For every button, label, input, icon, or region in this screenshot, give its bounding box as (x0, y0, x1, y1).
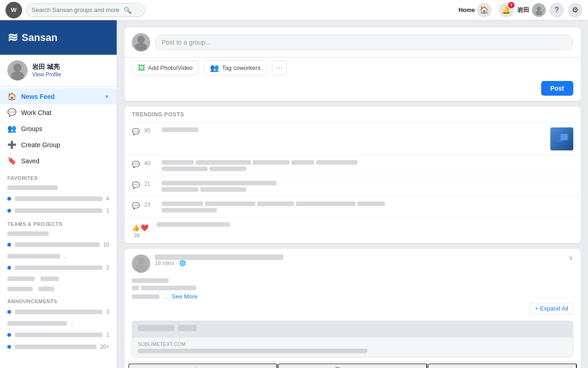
svg-point-7 (135, 43, 147, 51)
post-box: Post to a group... 🖼 Add Photo/Video 👥 T… (124, 28, 581, 101)
sidebar-item-groups[interactable]: 👥 Groups (0, 121, 117, 137)
topnav: W 🔍 Home 🏠 🔔 7 岩田 ? ⚙ (0, 0, 588, 20)
item-dot (7, 345, 11, 349)
feed-post-name (155, 254, 564, 260)
feed-post-actions: 👍 Like 💬 Comment ↗ Share (124, 361, 581, 368)
sidebar-item-work-chat[interactable]: 💬 Work Chat (0, 104, 117, 121)
work-chat-icon: 💬 (7, 108, 17, 117)
ann-count-4: 20+ (100, 344, 109, 350)
favorite-label-2 (15, 196, 102, 201)
item-dot (7, 310, 11, 314)
sidebar-item-news-feed[interactable]: 🏠 News Feed ▼ (0, 88, 117, 104)
svg-point-11 (135, 264, 147, 272)
photo-video-icon: 🖼 (138, 64, 145, 72)
notifications-btn[interactable]: 🔔 7 (499, 3, 514, 17)
link-preview-url: SUBLIMETEXT.COM (138, 341, 567, 347)
svg-point-5 (11, 71, 24, 80)
feed-post-expand: + Expand All (124, 303, 581, 317)
add-photo-video-label: Add Photo/Video (148, 64, 192, 71)
help-btn[interactable]: ? (549, 3, 564, 17)
teams-section-header: TEAMS & PROJECTS (0, 217, 117, 229)
home-nav-item[interactable]: Home 🏠 (455, 0, 495, 20)
trending-content-1 (162, 127, 546, 134)
settings-btn[interactable]: ⚙ (568, 3, 582, 17)
list-item[interactable]: 3 (0, 306, 117, 318)
post-submit-button[interactable]: Post (541, 81, 573, 96)
item-dot (7, 209, 11, 213)
list-item[interactable]: .. (0, 251, 117, 262)
svg-rect-9 (560, 134, 568, 140)
team-label-4 (15, 265, 102, 270)
list-item[interactable] (0, 274, 117, 284)
view-profile-link[interactable]: View Profile (32, 71, 61, 78)
like-button[interactable]: 👍 Like (128, 363, 277, 368)
list-item[interactable]: 4 (0, 193, 117, 205)
feed-post-header: 18 mins · 🌐 ∨ (124, 249, 581, 276)
nav-groups-label: Groups (21, 125, 42, 132)
nav-saved-label: Saved (21, 157, 40, 165)
trending-count-2: 40 (144, 160, 157, 167)
team-count-2: 10 (103, 242, 109, 248)
sidebar-item-create-group[interactable]: ➕ Create Group (0, 137, 117, 153)
feed-post-chevron-icon[interactable]: ∨ (569, 254, 573, 261)
list-item[interactable] (0, 229, 117, 239)
trending-section: TRENDING POSTS 💬 95 💬 40 (124, 107, 581, 243)
sidebar-user-name: 岩田 城亮 (32, 63, 61, 71)
comment-icon: 💬 (132, 181, 140, 189)
trending-row: 💬 40 (124, 155, 581, 176)
trending-count-1: 95 (144, 127, 157, 134)
list-item[interactable] (0, 183, 117, 193)
post-input[interactable]: Post to a group... (155, 34, 573, 50)
list-item[interactable]: 2 (0, 262, 117, 274)
search-box[interactable]: 🔍 (26, 3, 145, 17)
heart-reaction: ❤️ (141, 224, 148, 231)
link-preview-image (132, 321, 573, 338)
list-item[interactable] (0, 284, 117, 294)
search-input[interactable] (32, 6, 124, 13)
tag-coworkers-label: Tag coworkers (222, 64, 260, 71)
search-icon: 🔍 (124, 6, 131, 14)
list-item[interactable]: .. (0, 318, 117, 329)
tag-coworkers-button[interactable]: 👥 Tag coworkers (204, 60, 266, 75)
share-button[interactable]: ↗ Share (428, 363, 577, 368)
team-label-2 (15, 242, 100, 247)
see-more-link[interactable]: See More (172, 293, 198, 300)
news-feed-arrow: ▼ (104, 94, 109, 99)
more-options-button[interactable]: ··· (272, 61, 287, 75)
ann-label-2 (7, 321, 67, 326)
home-label: Home (458, 6, 475, 13)
team-label-1 (7, 231, 49, 236)
feed-post-time-dot: · (176, 260, 177, 266)
sidebar: ≋ Sansan 岩田 城亮 View Profile 🏠 News Feed … (0, 20, 117, 368)
svg-point-3 (536, 11, 543, 15)
trending-row: 💬 23 (124, 197, 581, 218)
comment-button[interactable]: 💬 Comment (278, 363, 427, 368)
list-item[interactable]: 20+ (0, 341, 117, 353)
expand-all-button[interactable]: + Expand All (530, 303, 573, 314)
item-dot (7, 243, 11, 247)
svg-text:W: W (11, 6, 17, 13)
favorite-label-1 (7, 185, 58, 190)
trending-content-2 (162, 160, 573, 171)
trending-row: 👍 ❤️ 38 (124, 218, 581, 243)
team-label-5b (40, 276, 59, 281)
list-item[interactable]: 1 (0, 329, 117, 341)
main-content: Post to a group... 🖼 Add Photo/Video 👥 T… (117, 20, 588, 368)
list-item[interactable]: 10 (0, 239, 117, 251)
home-icon-btn[interactable]: 🏠 (477, 3, 492, 17)
team-ellipsis-3: .. (64, 253, 67, 259)
announcements-section-header: ANNOUNCEMENTS (0, 294, 117, 306)
list-item[interactable]: 1 (0, 205, 117, 217)
ann-count-1: 3 (106, 309, 109, 315)
ann-label-1 (15, 310, 102, 314)
feed-post-avatar (132, 254, 150, 273)
item-dot (7, 333, 11, 337)
favorite-label-3 (15, 208, 102, 213)
sidebar-item-saved[interactable]: 🔖 Saved (0, 153, 117, 169)
link-preview: SUBLIMETEXT.COM (132, 321, 573, 357)
user-menu-btn[interactable]: 岩田 (517, 3, 546, 17)
trending-content-5 (157, 222, 573, 227)
ann-label-4 (15, 345, 96, 349)
svg-point-2 (537, 6, 541, 11)
add-photo-video-button[interactable]: 🖼 Add Photo/Video (132, 61, 198, 75)
